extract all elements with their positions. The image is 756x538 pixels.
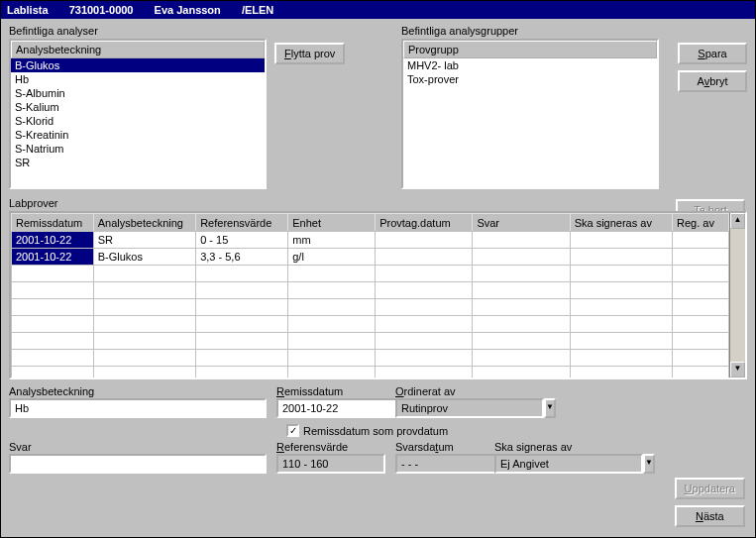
dropdown-icon[interactable]: ▼: [544, 398, 556, 418]
list-item[interactable]: SR: [11, 156, 265, 169]
list-item[interactable]: Hb: [11, 72, 265, 86]
table-row[interactable]: [12, 316, 729, 333]
scroll-up-icon[interactable]: ▲: [730, 213, 745, 229]
list-item[interactable]: Tox-prover: [403, 72, 657, 86]
ordinerat-input: [395, 398, 544, 418]
grid-header[interactable]: Analysbeteckning: [93, 214, 195, 232]
remiss-label: Remissdatum: [276, 385, 385, 397]
table-row[interactable]: 2001-10-22SR0 - 15mm: [12, 232, 729, 249]
ref-input: [276, 454, 385, 474]
analyses-listbox[interactable]: AnalysbeteckningB-GlukosHbS-AlbuminS-Kal…: [9, 39, 267, 189]
table-row[interactable]: [12, 266, 729, 282]
save-button[interactable]: Spara: [678, 43, 747, 64]
table-row[interactable]: [12, 299, 729, 316]
analys-input[interactable]: [9, 398, 267, 418]
table-row[interactable]: [12, 350, 729, 367]
analyses-header: Analysbeteckning: [11, 41, 265, 58]
title-id: 731001-0000: [69, 4, 134, 16]
ordinerat-combo[interactable]: ▼: [395, 398, 544, 418]
groups-listbox[interactable]: ProvgruppMHV2- labTox-prover: [401, 39, 659, 189]
dropdown-icon[interactable]: ▼: [643, 454, 655, 474]
table-row[interactable]: 2001-10-22B-Glukos3,3 - 5,6g/l: [12, 249, 729, 266]
grid-header[interactable]: Reg. av: [673, 214, 729, 232]
table-row[interactable]: [12, 367, 729, 378]
titlebar: Lablista 731001-0000 Eva Jansson /ELEN: [1, 1, 755, 19]
list-item[interactable]: S-Natrium: [11, 142, 265, 156]
title-name: Eva Jansson: [155, 4, 221, 16]
svarsdatum-combo[interactable]: ▼: [395, 454, 485, 474]
table-row[interactable]: [12, 282, 729, 299]
analyses-label: Befintliga analyser: [9, 25, 267, 37]
list-item[interactable]: S-Albumin: [11, 86, 265, 100]
sign-input: [494, 454, 643, 474]
grid-header[interactable]: Remissdatum: [12, 214, 94, 232]
grid-header[interactable]: Provtag.datum: [376, 214, 473, 232]
grid-header[interactable]: Referensvärde: [196, 214, 288, 232]
svarsdatum-label: Svarsdatum: [395, 441, 485, 453]
list-item[interactable]: B-Glukos: [11, 58, 265, 72]
title-app: Lablista: [7, 4, 49, 16]
table-row[interactable]: [12, 333, 729, 350]
grid-header[interactable]: Ska signeras av: [570, 214, 672, 232]
ref-label: Referensvärde: [276, 441, 385, 453]
title-dept: /ELEN: [242, 4, 273, 16]
list-item[interactable]: MHV2- lab: [403, 58, 657, 72]
update-button: Uppdatera: [675, 478, 745, 499]
move-label: lytta prov: [291, 48, 336, 59]
groups-header: Provgrupp: [403, 41, 657, 58]
remiss-combo[interactable]: ▼: [276, 398, 385, 418]
grid-scrollbar[interactable]: ▲ ▼: [729, 213, 745, 377]
svar-label: Svar: [9, 441, 267, 453]
grid-header[interactable]: Svar: [473, 214, 570, 232]
ordinerat-label: Ordinerat av: [395, 385, 544, 397]
grid-header[interactable]: Enhet: [288, 214, 376, 232]
svar-input[interactable]: [9, 454, 267, 474]
cancel-button[interactable]: Avbryt: [678, 70, 747, 92]
sign-label: Ska signeras av: [494, 441, 643, 453]
groups-label: Befintliga analysgrupper: [401, 25, 659, 37]
next-button[interactable]: Nästa: [675, 505, 745, 527]
analys-label: Analysbeteckning: [9, 385, 267, 397]
list-item[interactable]: S-Kreatinin: [11, 128, 265, 142]
provdatum-checkbox[interactable]: ✓: [286, 424, 299, 437]
window: Lablista 731001-0000 Eva Jansson /ELEN B…: [0, 0, 756, 538]
sign-combo[interactable]: ▼: [494, 454, 643, 474]
labtests-grid[interactable]: RemissdatumAnalysbeteckningReferensvärde…: [9, 211, 747, 379]
list-item[interactable]: S-Kalium: [11, 100, 265, 114]
scroll-down-icon[interactable]: ▼: [730, 362, 745, 377]
labtests-label: Labprover: [9, 197, 747, 209]
move-button[interactable]: Flytta prov: [274, 43, 345, 64]
checkbox-label: Remissdatum som provdatum: [303, 425, 448, 437]
list-item[interactable]: S-Klorid: [11, 114, 265, 128]
